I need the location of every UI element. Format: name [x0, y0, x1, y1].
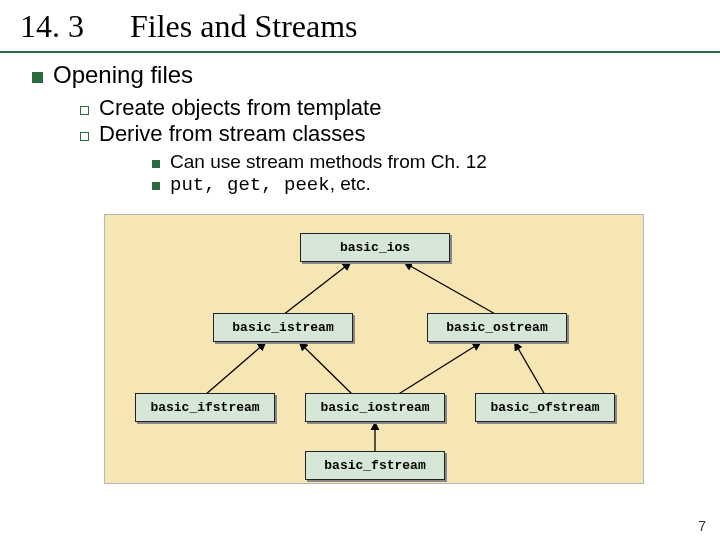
svg-line-1	[405, 263, 497, 315]
bullet-square-small-icon	[152, 182, 160, 190]
bullet-hollow-icon	[80, 132, 89, 141]
svg-line-4	[397, 343, 480, 395]
node-basic-fstream: basic_fstream	[305, 451, 445, 480]
slide-header: 14. 3 Files and Streams	[0, 0, 720, 53]
heading-opening-files: Opening files	[53, 61, 193, 89]
item-stream-methods: Can use stream methods from Ch. 12	[170, 151, 487, 173]
svg-line-3	[300, 343, 353, 395]
section-number: 14. 3	[20, 8, 130, 45]
node-basic-ofstream: basic_ofstream	[475, 393, 615, 422]
section-title: Files and Streams	[130, 8, 358, 45]
svg-line-2	[205, 343, 265, 395]
node-basic-ios: basic_ios	[300, 233, 450, 262]
svg-line-5	[515, 343, 545, 395]
node-basic-ifstream: basic_ifstream	[135, 393, 275, 422]
slide-body: Opening files Create objects from templa…	[0, 53, 720, 484]
node-basic-istream: basic_istream	[213, 313, 353, 342]
item-method-list: put, get, peek, etc.	[170, 173, 371, 196]
bullet-square-icon	[32, 72, 43, 83]
class-hierarchy-diagram: basic_ios basic_istream basic_ostream ba…	[104, 214, 644, 484]
node-basic-iostream: basic_iostream	[305, 393, 445, 422]
code-methods-tail: , etc.	[330, 173, 371, 194]
page-number: 7	[698, 518, 706, 534]
svg-line-0	[283, 263, 350, 315]
node-basic-ostream: basic_ostream	[427, 313, 567, 342]
item-derive-classes: Derive from stream classes	[99, 121, 366, 147]
bullet-square-small-icon	[152, 160, 160, 168]
code-methods: put, get, peek	[170, 174, 330, 196]
bullet-hollow-icon	[80, 106, 89, 115]
item-create-objects: Create objects from template	[99, 95, 381, 121]
